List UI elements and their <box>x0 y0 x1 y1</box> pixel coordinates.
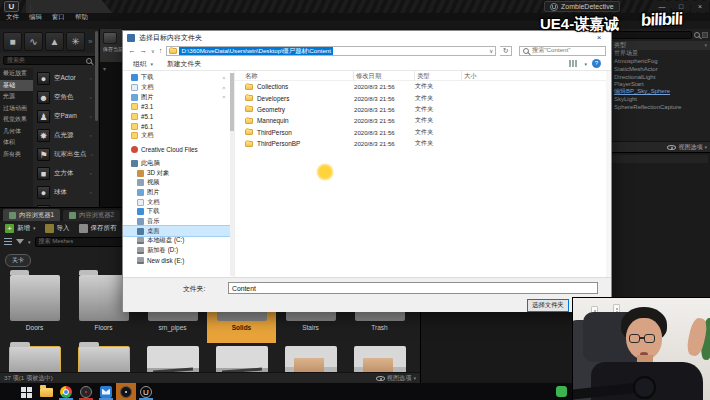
placeable-actor-item[interactable]: ● 球体 ◦ <box>33 183 99 202</box>
forward-button[interactable]: → <box>140 46 148 55</box>
taskbar-app-button[interactable] <box>56 383 76 400</box>
taskbar-app-button[interactable] <box>76 383 96 400</box>
file-row[interactable]: ThirdPerson 2020/8/3 21:56 文件夹 <box>235 127 611 138</box>
outliner-row[interactable]: 世界场景 <box>606 50 710 58</box>
save-current-button[interactable]: 保存当前 <box>100 29 122 62</box>
outliner-row[interactable]: SkyLight <box>606 96 710 104</box>
outliner-row[interactable]: SphereReflectionCapture <box>606 103 710 111</box>
column-type[interactable]: 类型 <box>415 71 462 81</box>
address-dropdown-icon[interactable]: ∨ <box>489 48 493 54</box>
placeable-actor-item[interactable]: ■ 立方体 ◦ <box>33 164 99 183</box>
placement-category[interactable]: 过场动画 <box>0 103 33 115</box>
outliner-row[interactable]: DirectionalLight <box>606 73 710 81</box>
taskbar-wechat-icon[interactable] <box>556 386 567 397</box>
placement-category[interactable]: 光源 <box>0 91 33 103</box>
sidebar-item[interactable]: 新加卷 (D:) <box>123 246 234 256</box>
folder-name-input[interactable]: Content <box>228 282 598 294</box>
content-browser-tab[interactable]: 内容浏览器1 <box>3 209 60 221</box>
sidebar-item[interactable]: 文档 <box>123 131 234 141</box>
class-search-input[interactable]: 搜索类 <box>3 56 96 65</box>
outliner-search-input[interactable] <box>608 31 692 39</box>
more-modes-chevron-icon[interactable]: » <box>88 37 92 46</box>
import-button[interactable]: 导入 <box>45 224 70 233</box>
view-options-button[interactable]: 视图选项 <box>678 143 702 152</box>
sidebar-item[interactable]: 桌面 <box>123 226 234 236</box>
sidebar-item[interactable]: New disk (E:) <box>123 255 234 265</box>
address-bar[interactable]: D:\360MoveData\Users\win\Desktop\僵尸题材\Co… <box>166 46 496 56</box>
taskbar-app-button[interactable] <box>116 383 136 400</box>
file-row[interactable]: Geometry 2020/8/3 21:56 文件夹 <box>235 104 611 115</box>
drag-handle-icon[interactable]: ◦ <box>90 75 92 82</box>
geometry-mode-icon[interactable]: ■ <box>3 32 22 51</box>
sidebar-item[interactable]: 图片 <box>123 188 234 198</box>
content-browser-tab[interactable]: 内容浏览器2 <box>63 210 120 221</box>
placeable-actor-item[interactable]: ☻ 空角色 ◦ <box>33 88 99 107</box>
select-folder-button[interactable]: 选择文件夹 <box>527 299 569 312</box>
sidebar-item[interactable]: #3.1 <box>123 102 234 112</box>
file-row[interactable]: Mannequin 2020/8/3 21:56 文件夹 <box>235 115 611 126</box>
sidebar-item[interactable]: 文档 <box>123 83 234 93</box>
view-options-button[interactable]: 视图选项 <box>387 374 412 383</box>
cb-folder-tile[interactable]: Doors <box>0 271 69 343</box>
window-title-tab[interactable]: U ZombieDetective <box>544 1 620 12</box>
filter-chip[interactable]: 关卡 <box>5 254 31 267</box>
sidebar-item[interactable]: 3D 对象 <box>123 168 234 178</box>
sidebar-item[interactable]: 视频 <box>123 178 234 188</box>
save-all-button[interactable]: 保存所有 <box>79 224 117 233</box>
placement-category[interactable]: 基础 <box>0 80 33 92</box>
column-name[interactable]: 名称 <box>235 71 354 81</box>
placeable-actor-item[interactable]: ● 空Actor ◦ <box>33 69 99 88</box>
landscape-mode-icon[interactable]: ▲ <box>45 32 64 51</box>
taskbar-app-button[interactable] <box>36 383 56 400</box>
organize-button[interactable]: 组织 ▾ <box>133 59 153 69</box>
sidebar-item-creative-cloud[interactable]: Creative Cloud Files <box>123 145 234 155</box>
file-row[interactable]: ThirdPersonBP 2020/8/3 21:56 文件夹 <box>235 138 611 149</box>
add-new-button[interactable]: + 新增 ▾ <box>5 224 36 233</box>
column-size[interactable]: 大小 <box>462 71 611 81</box>
recent-dropdown-icon[interactable]: ∨ <box>151 48 155 54</box>
placeable-actor-item[interactable]: ✸ 点光源 ◦ <box>33 126 99 145</box>
view-mode-icon[interactable] <box>569 60 577 67</box>
file-list-scrollbar[interactable] <box>606 71 611 277</box>
drag-handle-icon[interactable]: ◦ <box>91 151 93 158</box>
project-tab[interactable] <box>26 0 112 13</box>
new-folder-button[interactable]: 新建文件夹 <box>167 59 201 69</box>
modes-scrollbar[interactable] <box>95 31 98 121</box>
taskbar-app-button[interactable] <box>96 383 116 400</box>
outliner-row[interactable]: StaticMeshActor <box>606 65 710 73</box>
sidebar-item[interactable]: 图片 <box>123 92 234 102</box>
drag-handle-icon[interactable]: ◦ <box>90 113 92 120</box>
sidebar-item[interactable]: 文档 <box>123 197 234 207</box>
sources-panel-icon[interactable] <box>4 238 12 245</box>
sidebar-item[interactable]: 本地磁盘 (C:) <box>123 236 234 246</box>
outliner-settings-icon[interactable] <box>702 32 708 38</box>
placement-category[interactable]: 所有类 <box>0 149 33 161</box>
drag-handle-icon[interactable]: ◦ <box>90 170 92 177</box>
sidebar-item[interactable]: 下载 <box>123 207 234 217</box>
sidebar-item[interactable]: 音乐 <box>123 217 234 227</box>
sidebar-item[interactable]: 下载 <box>123 73 234 83</box>
placement-category[interactable]: 几何体 <box>0 126 33 138</box>
taskbar-app-button[interactable]: U <box>136 383 156 400</box>
drag-handle-icon[interactable]: ◦ <box>90 189 92 196</box>
back-button[interactable]: ← <box>128 46 136 55</box>
close-button[interactable]: × <box>691 1 709 12</box>
drag-handle-icon[interactable]: ◦ <box>90 132 92 139</box>
sidebar-item[interactable]: #6.1 <box>123 121 234 131</box>
placeable-actor-item[interactable]: ⚑ 玩家出生点 ◦ <box>33 145 99 164</box>
sidebar-item-this-pc[interactable]: 此电脑 <box>123 159 234 169</box>
outliner-row[interactable]: 编辑BP_Sky_Sphere <box>606 88 710 96</box>
drag-handle-icon[interactable]: ◦ <box>90 94 92 101</box>
placement-category[interactable]: 最近放置 <box>0 68 33 80</box>
foliage-mode-icon[interactable]: ✳ <box>66 32 85 51</box>
file-row[interactable]: Developers 2020/8/3 21:56 文件夹 <box>235 92 611 103</box>
help-icon[interactable]: ? <box>592 59 601 68</box>
refresh-button[interactable]: ↻ <box>500 46 512 56</box>
filter-funnel-icon[interactable] <box>16 239 24 244</box>
sidebar-item[interactable]: #5.1 <box>123 112 234 122</box>
placeable-actor-item[interactable]: ♟ 空Pawn ◦ <box>33 107 99 126</box>
file-row[interactable]: Collections 2020/8/3 21:56 文件夹 <box>235 81 611 92</box>
column-date[interactable]: 修改日期 <box>354 71 415 81</box>
up-button[interactable]: ↑ <box>159 46 163 55</box>
viewport-sliver[interactable]: ▾ <box>100 62 122 211</box>
